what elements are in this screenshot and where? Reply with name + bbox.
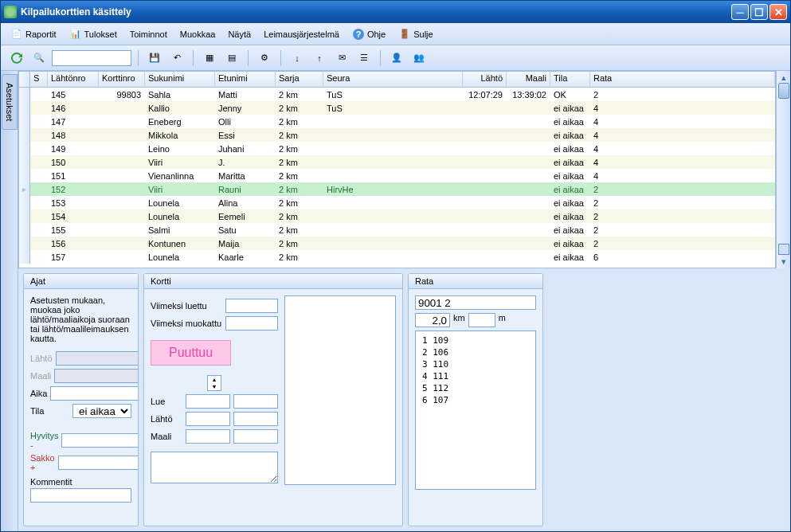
side-tab-strip: Asetukset [1,71,18,531]
table-row[interactable]: 150ViiriJ.2 kmei aikaa4 [19,155,775,169]
spinner-control[interactable]: ▲▼ [207,375,221,391]
exit-icon: 🚪 [398,28,411,41]
lue-label: Lue [151,397,182,406]
rata-m-field[interactable] [468,313,495,327]
table-row[interactable]: 151VienanlinnaMaritta2 kmei aikaa4 [19,169,775,182]
aika-field[interactable] [50,386,139,401]
menu-bar: 📄Raportit 📊Tulokset Toiminnot Muokkaa Nä… [1,23,790,45]
panel-kortti: Kortti Viimeksi luettu Viimeksi muokattu… [143,273,403,526]
menu-nayta[interactable]: Näytä [223,27,256,41]
assign-button[interactable]: 👤 [387,49,406,68]
menu-toiminnot[interactable]: Toiminnot [125,27,172,41]
aika-label: Aika [30,389,47,398]
lahto-field [56,351,139,366]
puuttuu-badge: Puuttuu [151,340,231,366]
undo-button[interactable]: ↶ [167,49,186,68]
tool-1-button[interactable]: ⚙ [255,49,274,68]
grid-view-button[interactable]: ▦ [200,49,219,68]
table-row[interactable]: 156KontunenMaija2 kmei aikaa2 [19,237,775,250]
table-row[interactable]: 154LounelaEemeli2 kmei aikaa2 [19,209,775,223]
col-sarja[interactable]: Sarja [276,72,323,87]
kortti-lahto-label: Lähtö [151,414,182,424]
minimize-button[interactable]: ─ [731,4,749,20]
sidebar-tab-asetukset[interactable]: Asetukset [2,74,18,130]
table-row[interactable]: 14599803SahlaMatti2 kmTuS12:07:2913:39:0… [19,88,775,101]
tila-label: Tila [30,406,69,416]
col-tila[interactable]: Tila [550,72,590,87]
kortti-textarea[interactable] [151,452,278,483]
table-row[interactable]: 157LounelaKaarle2 kmei aikaa6 [19,250,775,264]
table-row[interactable]: ▸152ViiriRauni2 kmHirvHeei aikaa2 [19,182,775,196]
sort-asc-button[interactable]: ↓ [288,49,307,68]
km-unit: km [453,313,465,327]
col-s[interactable]: S [30,72,48,87]
mail-button[interactable]: ✉ [332,49,351,68]
grid-header[interactable]: S Lähtönro Korttinro Sukunimi Etunimi Sa… [19,72,775,88]
kortti-lahto-field-2[interactable] [233,412,278,426]
col-rata[interactable]: Rata [590,72,775,87]
kortti-maali-field-2[interactable] [233,429,278,444]
lue-field-2[interactable] [233,394,278,409]
menu-ohje[interactable]: ?Ohje [347,25,390,43]
lue-field-1[interactable] [186,394,230,409]
close-button[interactable]: ✕ [769,4,787,20]
search-input[interactable] [52,50,131,66]
scroll-marker[interactable] [778,244,789,255]
panel-ajat: Ajat Asetusten mukaan, muokaa joko lähtö… [23,273,139,526]
maximize-button[interactable]: ☐ [750,4,768,20]
kommentit-field[interactable] [30,488,131,503]
tila-select[interactable]: ei aikaa [72,404,131,418]
window-title: Kilpailukorttien käsittely [21,6,731,18]
table-row[interactable]: 153LounelaAlina2 kmei aikaa2 [19,196,775,209]
rata-km-field[interactable] [415,313,450,327]
sakko-label: Sakko + [30,453,55,472]
kortti-lahto-field-1[interactable] [186,412,230,426]
kortti-maali-field-1[interactable] [186,429,230,444]
table-row[interactable]: 149LeinoJuhani2 kmei aikaa4 [19,142,775,155]
viimeksi-luettu-field[interactable] [225,299,278,313]
scrollbar-thumb[interactable] [778,83,789,99]
maali-label: Maali [30,371,51,381]
help-icon: ? [352,28,365,41]
save-button[interactable]: 💾 [145,49,164,68]
col-korttinro[interactable]: Korttinro [99,72,145,87]
menu-leimaus[interactable]: Leimausjärjestelmä [259,27,344,41]
table-row[interactable]: 147EnebergOlli2 kmei aikaa4 [19,115,775,128]
lahto-label: Lähtö [30,354,53,363]
menu-sulje[interactable]: 🚪Sulje [394,25,437,43]
menu-muokkaa[interactable]: Muokkaa [175,27,221,41]
col-etunimi[interactable]: Etunimi [215,72,276,87]
table-row[interactable]: 146KallioJenny2 kmTuSei aikaa4 [19,101,775,115]
viimeksi-muokattu-label: Viimeksi muokattu [151,319,222,328]
rata-code-field[interactable] [415,295,536,310]
grid-filter-button[interactable]: ▤ [222,49,241,68]
sort-desc-button[interactable]: ↑ [310,49,329,68]
find-button[interactable]: 🔍 [29,49,49,68]
rata-controls-list: 1 109 2 106 3 110 4 111 5 112 6 107 [415,331,536,490]
options-button[interactable]: ☰ [354,49,374,68]
col-sukunimi[interactable]: Sukunimi [145,72,215,87]
hyvitys-label: Hyvitys - [30,431,58,450]
menu-tulokset[interactable]: 📊Tulokset [65,25,122,43]
hyvitys-field[interactable] [61,433,139,448]
kommentit-label: Kommentit [30,477,131,487]
col-maali[interactable]: Maali [507,72,550,87]
panel-ajat-title: Ajat [24,274,138,289]
col-lahto[interactable]: Lähtö [463,72,507,87]
vertical-scrollbar[interactable]: ▴ ▾ [776,71,790,268]
kortti-list[interactable] [284,295,396,485]
data-grid[interactable]: S Lähtönro Korttinro Sukunimi Etunimi Sa… [18,71,776,268]
viimeksi-muokattu-field[interactable] [225,316,278,331]
results-icon: 📊 [69,28,82,41]
col-lahtonro[interactable]: Lähtönro [48,72,99,87]
team-button[interactable]: 👥 [409,49,429,68]
ajat-info: Asetusten mukaan, muokaa joko lähtö/maal… [30,295,131,343]
menu-raportit[interactable]: 📄Raportit [6,25,61,43]
refresh-button[interactable] [7,49,26,68]
col-seura[interactable]: Seura [323,72,463,87]
sakko-field[interactable] [58,456,139,470]
kortti-maali-label: Maali [151,432,182,441]
table-row[interactable]: 148MikkolaEssi2 kmei aikaa4 [19,128,775,142]
title-bar: Kilpailukorttien käsittely ─ ☐ ✕ [1,1,790,23]
table-row[interactable]: 155SalmiSatu2 kmei aikaa2 [19,223,775,237]
